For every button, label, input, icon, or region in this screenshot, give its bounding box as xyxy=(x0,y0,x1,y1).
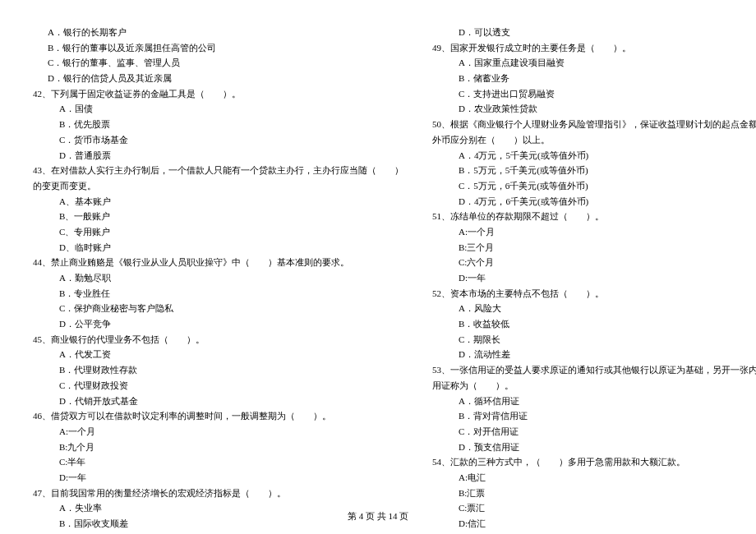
right-column: D．可以透支49、国家开发银行成立时的主要任务是（ ）。A．国家重点建设项目融资… xyxy=(432,25,756,505)
question-line: 47、目前我国常用的衡量经济增长的宏观经济指标是（ ）。 xyxy=(33,486,403,501)
option-line: D．代销开放式基金 xyxy=(33,394,403,409)
option-line: D．农业政策性贷款 xyxy=(432,101,756,117)
option-line: A．银行的长期客户 xyxy=(33,25,403,40)
option-line: B．优先股票 xyxy=(33,117,403,132)
option-line: C:半年 xyxy=(33,454,403,470)
option-line: B:三个月 xyxy=(432,240,756,255)
option-line: B:九个月 xyxy=(33,440,403,455)
left-column: A．银行的长期客户B．银行的董事以及近亲属担任高管的公司C．银行的董事、监事、管… xyxy=(33,25,403,505)
option-line: D．4万元，6千美元(或等值外币) xyxy=(432,194,756,209)
question-line: 外币应分别在（ ）以上。 xyxy=(432,132,756,148)
option-line: C．代理财政投资 xyxy=(33,378,403,394)
option-line: A:一个月 xyxy=(33,424,403,440)
option-line: B、一般账户 xyxy=(33,209,403,224)
option-line: C．对开信用证 xyxy=(432,424,756,440)
option-line: D:一年 xyxy=(432,270,756,286)
page-content: A．银行的长期客户B．银行的董事以及近亲属担任高管的公司C．银行的董事、监事、管… xyxy=(33,25,723,505)
option-line: C．保护商业秘密与客户隐私 xyxy=(33,301,403,316)
option-line: D．预支信用证 xyxy=(432,440,756,455)
question-line: 50、根据《商业银行个人理财业务风险管理指引》，保证收益理财计划的起点金额，人民… xyxy=(432,117,756,132)
option-line: C、专用账户 xyxy=(33,224,403,240)
option-line: A．国家重点建设项目融资 xyxy=(432,55,756,71)
option-line: A．风险大 xyxy=(432,301,756,316)
option-line: B．储蓄业务 xyxy=(432,71,756,86)
question-line: 用证称为（ ）。 xyxy=(432,378,756,394)
option-line: A:电汇 xyxy=(432,470,756,486)
question-line: 52、资本市场的主要特点不包括（ ）。 xyxy=(432,286,756,302)
question-line: 51、冻结单位的存款期限不超过（ ）。 xyxy=(432,209,756,224)
option-line: D．普通股票 xyxy=(33,148,403,163)
option-line: C．银行的董事、监事、管理人员 xyxy=(33,55,403,71)
option-line: A．国债 xyxy=(33,101,403,117)
option-line: A、基本账户 xyxy=(33,194,403,209)
option-line: D．银行的信贷人员及其近亲属 xyxy=(33,71,403,86)
option-line: B．银行的董事以及近亲属担任高管的公司 xyxy=(33,40,403,56)
option-line: D．流动性差 xyxy=(432,347,756,362)
question-line: 46、借贷双方可以在借款时议定利率的调整时间，一般调整期为（ ）。 xyxy=(33,408,403,424)
option-line: B．背对背信用证 xyxy=(432,408,756,424)
option-line: A．循环信用证 xyxy=(432,394,756,409)
option-line: C．5万元，6千美元(或等值外币) xyxy=(432,178,756,194)
page-current: 4 xyxy=(359,511,364,521)
option-line: A:一个月 xyxy=(432,224,756,240)
option-line: A．代发工资 xyxy=(33,347,403,362)
option-line: D．可以透支 xyxy=(432,25,756,40)
option-line: D、临时账户 xyxy=(33,240,403,255)
option-line: C:六个月 xyxy=(432,255,756,270)
question-line: 45、商业银行的代理业务不包括（ ）。 xyxy=(33,332,403,348)
question-line: 44、禁止商业贿赂是《银行业从业人员职业操守》中（ ）基本准则的要求。 xyxy=(33,255,403,270)
question-line: 43、在对借款人实行主办行制后，一个借款人只能有一个贷款主办行，主办行应当随（ … xyxy=(33,163,403,178)
option-line: C．期限长 xyxy=(432,332,756,348)
option-line: C．货币市场基金 xyxy=(33,132,403,148)
option-line: B．5万元，5千美元(或等值外币) xyxy=(432,163,756,178)
question-line: 49、国家开发银行成立时的主要任务是（ ）。 xyxy=(432,40,756,56)
page-total: 14 xyxy=(388,511,397,521)
option-line: D．公平竞争 xyxy=(33,316,403,332)
option-line: C．支持进出口贸易融资 xyxy=(432,86,756,102)
question-line: 53、一张信用证的受益人要求原证的通知行或其他银行以原证为基础，另开一张内容相似… xyxy=(432,362,756,378)
question-line: 的变更而变更。 xyxy=(33,178,403,194)
option-line: D:一年 xyxy=(33,470,403,486)
option-line: A．勤勉尽职 xyxy=(33,270,403,286)
question-line: 42、下列属于固定收益证券的金融工具是（ ）。 xyxy=(33,86,403,102)
option-line: B:汇票 xyxy=(432,486,756,501)
question-line: 54、汇款的三种方式中，（ ）多用于急需用款和大额汇款。 xyxy=(432,454,756,470)
option-line: A．4万元，5千美元(或等值外币) xyxy=(432,148,756,163)
option-line: B．专业胜任 xyxy=(33,286,403,302)
option-line: B．收益较低 xyxy=(432,316,756,332)
page-footer: 第 4 页 共 14 页 xyxy=(0,509,756,524)
option-line: B．代理财政性存款 xyxy=(33,362,403,378)
